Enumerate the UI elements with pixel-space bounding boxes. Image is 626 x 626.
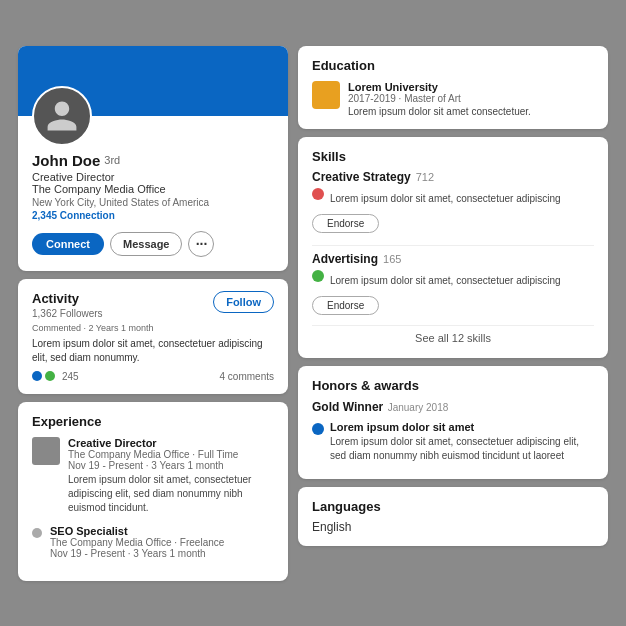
skill-name-1: Creative Strategy: [312, 170, 411, 184]
endorse-button-1[interactable]: Endorse: [312, 214, 379, 233]
award-company: Lorem ipsum dolor sit amet: [330, 421, 594, 433]
reaction-dots: 245: [32, 371, 79, 382]
profile-degree: 3rd: [104, 154, 120, 166]
award-date: January 2018: [388, 402, 449, 413]
connect-button[interactable]: Connect: [32, 233, 104, 255]
exp-desc-1: Lorem ipsum dolor sit amet, consectetuer…: [68, 473, 274, 515]
endorse-button-2[interactable]: Endorse: [312, 296, 379, 315]
follow-button[interactable]: Follow: [213, 291, 274, 313]
exp-title-1: Creative Director: [68, 437, 274, 449]
activity-title: Activity: [32, 291, 103, 306]
edu-icon: [312, 81, 340, 109]
profile-card: John Doe 3rd Creative Director The Compa…: [18, 46, 288, 271]
activity-meta: Commented · 2 Years 1 month: [32, 323, 274, 333]
edu-dates: 2017-2019 · Master of Art: [348, 93, 531, 104]
skill-name-2: Advertising: [312, 252, 378, 266]
experience-title: Experience: [32, 414, 274, 429]
more-button[interactable]: ···: [188, 231, 214, 257]
experience-card: Experience Creative Director The Company…: [18, 402, 288, 581]
exp-company-2: The Company Media Office · Freelance: [50, 537, 224, 548]
see-all-skills[interactable]: See all 12 skills: [312, 325, 594, 346]
skills-card: Skills Creative Strategy 712 Lorem ipsum…: [298, 137, 608, 358]
award-desc: Lorem ipsum dolor sit amet, consectetuer…: [330, 435, 594, 463]
profile-name: John Doe 3rd: [32, 152, 274, 169]
message-button[interactable]: Message: [110, 232, 182, 256]
education-card: Education Lorem University 2017-2019 · M…: [298, 46, 608, 129]
profile-location: New York City, United States of America: [32, 197, 274, 208]
skill-item-1: Creative Strategy 712 Lorem ipsum dolor …: [312, 170, 594, 239]
language-value: English: [312, 520, 594, 534]
experience-dot-2: [32, 528, 42, 538]
experience-item-2: SEO Specialist The Company Media Office …: [32, 525, 274, 559]
experience-icon-1: [32, 437, 60, 465]
edu-school: Lorem University: [348, 81, 531, 93]
comments-count: 4 comments: [220, 371, 274, 382]
profile-company: The Company Media Office: [32, 183, 274, 195]
reaction-count: 245: [62, 371, 79, 382]
skill-count-1: 712: [416, 171, 434, 183]
exp-title-2: SEO Specialist: [50, 525, 224, 537]
edu-desc: Lorem ipsum dolor sit amet consectetuer.: [348, 106, 531, 117]
avatar: [32, 86, 92, 146]
education-title: Education: [312, 58, 594, 73]
experience-item-1: Creative Director The Company Media Offi…: [32, 437, 274, 515]
honors-title: Honors & awards: [312, 378, 594, 393]
exp-dates-2: Nov 19 - Present · 3 Years 1 month: [50, 548, 224, 559]
honors-card: Honors & awards Gold Winner January 2018…: [298, 366, 608, 479]
activity-card: Activity 1,362 Followers Follow Commente…: [18, 279, 288, 394]
profile-title: Creative Director: [32, 171, 274, 183]
award-dot: [312, 423, 324, 435]
skill-desc-2: Lorem ipsum dolor sit amet, consectetuer…: [330, 274, 561, 288]
skill-desc-1: Lorem ipsum dolor sit amet, consectetuer…: [330, 192, 561, 206]
left-panel: John Doe 3rd Creative Director The Compa…: [18, 46, 288, 581]
skill-dot-red: [312, 188, 324, 200]
skill-dot-green: [312, 270, 324, 282]
followers-count: 1,362 Followers: [32, 308, 103, 319]
profile-connections[interactable]: 2,345 Connection: [32, 210, 274, 221]
activity-text: Lorem ipsum dolor sit amet, consectetuer…: [32, 337, 274, 365]
skill-count-2: 165: [383, 253, 401, 265]
languages-title: Languages: [312, 499, 594, 514]
exp-company-1: The Company Media Office · Full Time: [68, 449, 274, 460]
languages-card: Languages English: [298, 487, 608, 546]
right-panel: Education Lorem University 2017-2019 · M…: [298, 46, 608, 581]
skill-item-2: Advertising 165 Lorem ipsum dolor sit am…: [312, 252, 594, 321]
skills-title: Skills: [312, 149, 594, 164]
reaction-dot-blue: [32, 371, 42, 381]
award-title: Gold Winner: [312, 400, 383, 414]
exp-dates-1: Nov 19 - Present · 3 Years 1 month: [68, 460, 274, 471]
reaction-dot-green: [45, 371, 55, 381]
